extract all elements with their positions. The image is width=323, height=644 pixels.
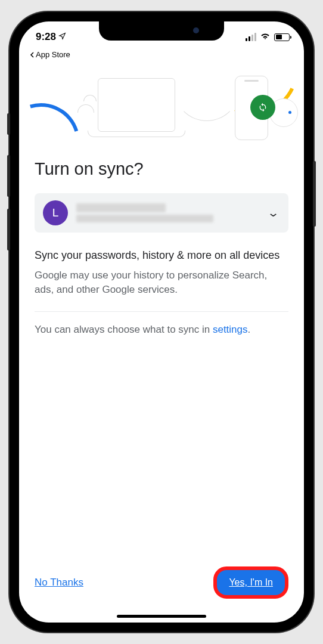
account-selector[interactable]: L ⌄ <box>35 193 288 233</box>
sync-subtext: Google may use your history to personali… <box>35 268 288 297</box>
no-thanks-button[interactable]: No Thanks <box>35 577 83 589</box>
cellular-icon <box>246 33 256 41</box>
sync-illustration <box>19 61 304 151</box>
back-to-app[interactable]: App Store <box>19 50 304 61</box>
home-indicator[interactable] <box>117 615 206 618</box>
divider <box>35 311 288 312</box>
sync-icon <box>250 95 275 120</box>
settings-note: You can always choose what to sync in se… <box>35 323 288 337</box>
page-title: Turn on sync? <box>35 159 288 179</box>
status-time: 9:28 <box>36 31 56 43</box>
sync-heading: Sync your passwords, history & more on a… <box>35 248 288 262</box>
yes-im-in-button[interactable]: Yes, I'm In <box>217 570 285 595</box>
settings-link[interactable]: settings <box>213 324 248 335</box>
battery-icon <box>274 33 290 41</box>
wifi-icon <box>260 31 271 43</box>
account-info-redacted <box>76 203 260 222</box>
avatar: L <box>43 200 68 225</box>
back-app-label: App Store <box>36 50 70 59</box>
location-icon <box>58 32 66 42</box>
chevron-down-icon: ⌄ <box>267 206 279 219</box>
